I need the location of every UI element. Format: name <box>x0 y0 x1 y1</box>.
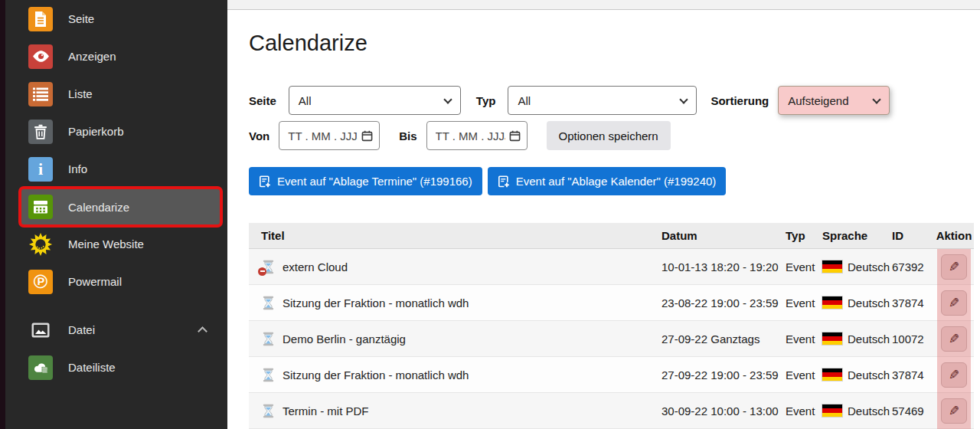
german-flag-icon <box>822 332 842 345</box>
pencil-icon: ✎ <box>949 332 959 345</box>
event-title: Demo Berlin - ganztägig <box>283 332 406 345</box>
hourglass-icon <box>261 260 276 274</box>
sidebar-item-label: Info <box>68 162 87 175</box>
module-content: Calendarize Seite All Typ All Sortierung… <box>227 0 980 429</box>
event-title: extern Cloud <box>283 260 348 273</box>
event-sprache: Deutsch <box>848 404 890 418</box>
calendar-picker-icon[interactable] <box>361 130 373 145</box>
event-typ: Event <box>786 368 822 382</box>
image-icon <box>28 318 53 342</box>
page-title: Calendarize <box>249 31 368 56</box>
add-record-icon <box>498 175 510 188</box>
sidebar-item-label: Anzeigen <box>68 50 116 63</box>
german-flag-icon <box>822 296 842 309</box>
sidebar-item-calendarize[interactable]: Calendarize <box>18 186 223 228</box>
chevron-down-icon <box>443 95 452 103</box>
sidebar-item-dateiliste[interactable]: Dateiliste <box>5 349 227 386</box>
sidebar-item-datei[interactable]: Datei <box>5 311 227 349</box>
sidebar-item-powermail[interactable]: ℗ Powermail <box>5 263 227 300</box>
edit-button[interactable]: ✎ <box>941 398 967 424</box>
module-sidebar: Seite Anzeigen Liste Papierkorb i Info <box>5 0 227 429</box>
edit-button[interactable]: ✎ <box>941 254 967 280</box>
table-row: extern Cloud 10-01-13 18:20 - 19:20 Even… <box>249 249 974 285</box>
typo3-backend: Seite Anzeigen Liste Papierkorb i Info <box>0 0 980 429</box>
bis-date-field <box>426 121 528 150</box>
event-id: 37874 <box>892 368 934 382</box>
event-datum: 27-09-22 19:00 - 23:59 <box>662 368 786 382</box>
save-options-button[interactable]: Optionen speichern <box>547 121 671 150</box>
column-header-typ: Typ <box>786 229 822 242</box>
sidebar-item-meine-website[interactable]: Meine Website <box>5 225 227 263</box>
column-header-titel: Titel <box>249 229 662 242</box>
table-header-row: Titel Datum Typ Sprache ID Aktion <box>249 223 974 249</box>
von-date-field <box>279 121 380 150</box>
table-row: Sitzung der Fraktion - monatlich wdh 23-… <box>249 285 974 321</box>
pencil-icon: ✎ <box>949 404 959 418</box>
event-id: 37874 <box>892 296 934 309</box>
seite-label: Seite <box>249 94 276 107</box>
window-edge <box>0 0 5 429</box>
sidebar-item-label: Datei <box>68 323 95 336</box>
sidebar-item-label: Dateiliste <box>68 361 116 374</box>
event-id: 10072 <box>892 332 934 345</box>
add-record-icon <box>259 175 271 188</box>
add-event-kalender-button[interactable]: Event auf "Ablage Kalender" (#199240) <box>488 167 727 195</box>
sortierung-label: Sortierung <box>710 94 769 107</box>
event-title: Sitzung der Fraktion - monatlich wdh <box>283 296 469 309</box>
calendar-picker-icon[interactable] <box>509 130 521 145</box>
chevron-down-icon <box>680 95 688 103</box>
event-typ: Event <box>786 260 822 273</box>
event-sprache: Deutsch <box>848 260 890 273</box>
event-typ: Event <box>786 404 822 418</box>
edit-button[interactable]: ✎ <box>941 290 967 316</box>
hourglass-icon <box>261 368 276 382</box>
event-datum: 23-08-22 19:00 - 23:59 <box>662 296 786 309</box>
event-sprache: Deutsch <box>848 296 890 309</box>
hourglass-icon <box>261 404 276 418</box>
von-label: Von <box>249 129 270 142</box>
hourglass-icon <box>261 332 276 346</box>
column-header-sprache: Sprache <box>822 229 892 242</box>
german-flag-icon <box>822 260 842 273</box>
seite-select[interactable]: All <box>289 86 461 115</box>
sortierung-select-value: Aufsteigend <box>788 94 848 107</box>
powermail-icon: ℗ <box>28 270 53 294</box>
event-title: Termin - mit PDF <box>283 404 369 418</box>
german-flag-icon <box>822 368 842 381</box>
edit-button[interactable]: ✎ <box>941 326 967 352</box>
typ-label: Typ <box>476 94 496 107</box>
sidebar-item-anzeigen[interactable]: Anzeigen <box>5 38 227 75</box>
event-id: 67392 <box>892 260 934 273</box>
add-event-termine-button[interactable]: Event auf "Ablage Termine" (#199166) <box>249 167 482 195</box>
typ-select[interactable]: All <box>508 86 697 115</box>
seite-select-value: All <box>299 94 312 107</box>
column-header-datum: Datum <box>662 229 786 242</box>
event-title: Sitzung der Fraktion - monatlich wdh <box>283 368 469 382</box>
calendar-icon <box>28 195 53 219</box>
hidden-record-icon <box>258 267 266 276</box>
german-flag-icon <box>822 404 842 417</box>
edit-button[interactable]: ✎ <box>941 362 967 388</box>
sidebar-item-seite[interactable]: Seite <box>5 0 227 38</box>
sidebar-item-label: Papierkorb <box>68 125 124 138</box>
button-label: Event auf "Ablage Kalender" (#199240) <box>516 175 717 188</box>
event-id: 57469 <box>892 404 934 418</box>
event-typ: Event <box>786 332 822 345</box>
event-sprache: Deutsch <box>848 332 890 345</box>
event-datum: 30-09-22 10:00 - 13:00 <box>662 404 786 418</box>
table-row: Termin - mit PDF 30-09-22 10:00 - 13:00 … <box>249 393 974 429</box>
events-table: Titel Datum Typ Sprache ID Aktion extern… <box>249 223 974 429</box>
sidebar-item-label: Calendarize <box>68 201 129 214</box>
sunflower-icon <box>28 232 53 257</box>
sidebar-item-info[interactable]: i Info <box>5 150 227 188</box>
button-label: Event auf "Ablage Termine" (#199166) <box>277 175 472 188</box>
sidebar-item-liste[interactable]: Liste <box>5 75 227 113</box>
sortierung-select[interactable]: Aufsteigend <box>778 86 890 115</box>
pencil-icon: ✎ <box>949 260 959 273</box>
new-event-buttons: Event auf "Ablage Termine" (#199166) Eve… <box>249 167 726 195</box>
info-icon: i <box>28 157 53 182</box>
sidebar-item-label: Seite <box>68 12 94 25</box>
sidebar-item-label: Meine Website <box>68 237 144 251</box>
sidebar-item-papierkorb[interactable]: Papierkorb <box>5 113 227 150</box>
hourglass-icon <box>261 296 276 310</box>
